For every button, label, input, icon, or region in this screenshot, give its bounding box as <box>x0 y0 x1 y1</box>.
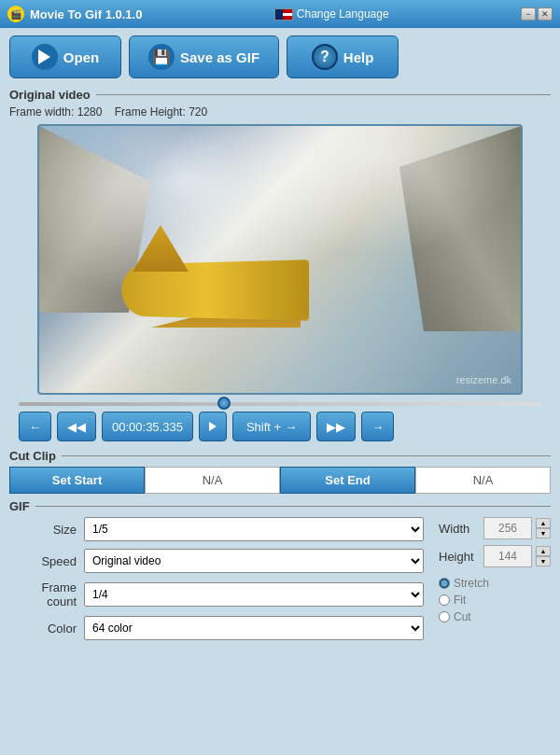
frame-count-setting-row: Frame count 1/4 1/3 1/2 All <box>9 580 424 608</box>
scrubber-track[interactable] <box>19 402 541 406</box>
frame-height-label: Frame Height: <box>115 105 186 119</box>
stretch-radio[interactable] <box>439 578 450 589</box>
gif-settings: Size 1/5 1/4 1/3 1/2 Original Speed Orig… <box>9 517 551 648</box>
open-button[interactable]: Open <box>9 35 121 78</box>
shift-button[interactable]: Shift + → <box>232 412 311 441</box>
width-input[interactable] <box>483 517 532 539</box>
video-preview: resizeme.dk <box>37 124 523 395</box>
shift-label: Shift + <box>246 420 281 434</box>
size-label: Size <box>9 523 84 537</box>
resize-mode-group: Stretch Fit Cut <box>439 577 551 623</box>
open-icon <box>32 44 58 70</box>
rewind-button[interactable]: ◀◀ <box>57 412 96 441</box>
set-end-button[interactable]: Set End <box>280 467 415 494</box>
language-label: Change Language <box>297 7 389 21</box>
cut-controls: Set Start N/A Set End N/A <box>9 467 551 494</box>
height-spinner: ▲ ▼ <box>536 546 551 566</box>
width-down-button[interactable]: ▼ <box>536 528 551 538</box>
height-down-button[interactable]: ▼ <box>536 556 551 566</box>
stretch-label: Stretch <box>454 577 489 590</box>
open-label: Open <box>63 49 99 65</box>
time-value: 00:00:35.335 <box>112 420 183 434</box>
gif-left-settings: Size 1/5 1/4 1/3 1/2 Original Speed Orig… <box>9 517 424 648</box>
scrubber-row <box>19 402 541 406</box>
cut-clip-section: Cut Clip Set Start N/A Set End N/A <box>9 449 551 494</box>
speed-setting-row: Speed Original video 0.5x 1.5x 2x <box>9 549 424 573</box>
width-spinner: ▲ ▼ <box>536 518 551 538</box>
flag-icon <box>274 8 293 21</box>
playback-controls: ← ◀◀ 00:00:35.335 Shift + → ▶▶ → <box>19 412 541 441</box>
cut-option[interactable]: Cut <box>439 610 551 623</box>
frame-count-label: Frame count <box>9 580 84 608</box>
cut-label: Cut <box>454 610 471 623</box>
minimize-button[interactable]: − <box>521 7 536 21</box>
frame-width-label: Frame width: <box>9 105 74 119</box>
title-bar-left: 🎬 Movie To Gif 1.0.1.0 <box>7 6 142 22</box>
start-value-display: N/A <box>145 467 280 494</box>
time-display: 00:00:35.335 <box>102 412 193 441</box>
main-content: Open 💾 Save as GIF ? Help Original video… <box>0 28 560 655</box>
play-button[interactable] <box>199 412 227 441</box>
gif-section: GIF Size 1/5 1/4 1/3 1/2 Original <box>9 499 551 648</box>
cut-clip-label: Cut Clip <box>9 449 551 463</box>
help-label: Help <box>343 49 374 65</box>
original-video-section-label: Original video <box>9 88 551 102</box>
stretch-option[interactable]: Stretch <box>439 577 551 590</box>
height-row: Height ▲ ▼ <box>439 545 551 567</box>
video-scene: resizeme.dk <box>39 126 521 393</box>
title-bar: 🎬 Movie To Gif 1.0.1.0 Change Language −… <box>0 0 560 28</box>
cut-radio[interactable] <box>439 611 450 622</box>
help-icon: ? <box>312 44 338 70</box>
height-up-button[interactable]: ▲ <box>536 546 551 556</box>
frame-count-select[interactable]: 1/4 1/3 1/2 All <box>84 582 424 607</box>
play-icon-small <box>209 422 217 431</box>
size-select[interactable]: 1/5 1/4 1/3 1/2 Original <box>84 517 424 541</box>
speed-select[interactable]: Original video 0.5x 1.5x 2x <box>84 549 424 573</box>
toolbar: Open 💾 Save as GIF ? Help <box>9 35 551 78</box>
fit-radio[interactable] <box>439 594 450 606</box>
window-controls: − ✕ <box>521 7 553 21</box>
language-button[interactable]: Change Language <box>269 6 395 22</box>
height-input[interactable] <box>483 545 532 567</box>
close-button[interactable]: ✕ <box>538 7 553 21</box>
width-row: Width ▲ ▼ <box>439 517 551 539</box>
app-title: Movie To Gif 1.0.1.0 <box>30 7 142 21</box>
help-button[interactable]: ? Help <box>287 35 399 78</box>
color-label: Color <box>9 622 84 636</box>
save-gif-button[interactable]: 💾 Save as GIF <box>129 35 279 78</box>
frame-info: Frame width: 1280 Frame Height: 720 <box>9 105 551 119</box>
frame-width-value: 1280 <box>77 105 103 119</box>
size-setting-row: Size 1/5 1/4 1/3 1/2 Original <box>9 517 424 541</box>
watermark: resizeme.dk <box>456 374 511 385</box>
width-up-button[interactable]: ▲ <box>536 518 551 528</box>
save-label: Save as GIF <box>180 49 259 65</box>
fast-forward-button[interactable]: ▶▶ <box>316 412 356 441</box>
step-back-button[interactable]: ← <box>19 412 51 441</box>
fit-option[interactable]: Fit <box>439 594 551 607</box>
height-label: Height <box>439 550 480 564</box>
end-value-display: N/A <box>415 467 551 494</box>
app-icon: 🎬 <box>7 6 24 22</box>
frame-height-value: 720 <box>189 105 207 119</box>
fit-label: Fit <box>454 594 466 607</box>
save-icon: 💾 <box>148 44 175 70</box>
set-start-button[interactable]: Set Start <box>9 467 145 494</box>
gif-section-label: GIF <box>9 499 551 513</box>
shift-arrow: → <box>285 420 297 434</box>
play-triangle-icon <box>38 49 50 64</box>
speed-label: Speed <box>9 554 84 568</box>
color-select[interactable]: 64 color 128 color 256 color <box>84 616 424 640</box>
gif-right-settings: Width ▲ ▼ Height ▲ ▼ <box>439 517 551 648</box>
color-setting-row: Color 64 color 128 color 256 color <box>9 616 424 640</box>
scrubber-thumb[interactable] <box>217 397 231 410</box>
width-label: Width <box>439 522 480 536</box>
step-forward-button[interactable]: → <box>361 412 394 441</box>
